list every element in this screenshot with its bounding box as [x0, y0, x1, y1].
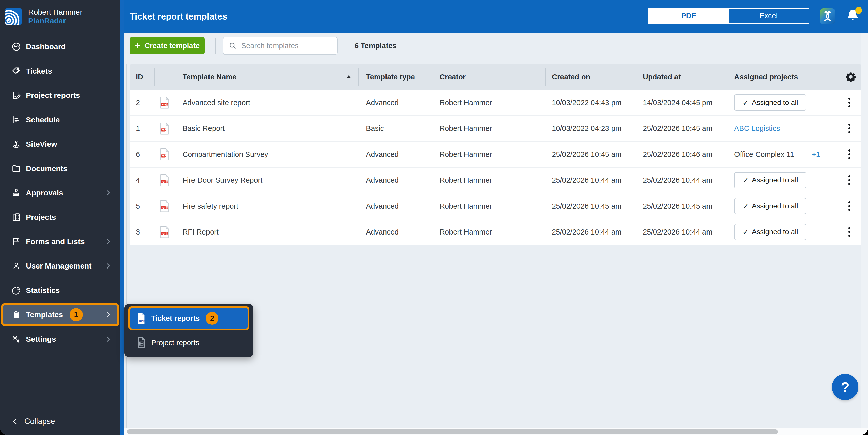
pdf-file-icon: PDF	[160, 142, 169, 167]
column-header-updated-at[interactable]: Updated at	[643, 64, 681, 90]
help-button[interactable]: ?	[832, 374, 858, 400]
sidebar: Robert Hammer PlanRadar DashboardTickets…	[0, 0, 120, 435]
brand-name: PlanRadar	[28, 16, 82, 25]
submenu-item-label: Ticket reports	[151, 314, 199, 323]
assigned-label: Assigned to all	[752, 176, 798, 184]
assigned-to-all-button[interactable]: ✓Assigned to all	[734, 172, 806, 188]
table-row[interactable]: 3PDFRFI ReportAdvancedRobert Hammer25/02…	[130, 219, 861, 245]
cell-template-type: Basic	[366, 116, 384, 141]
svg-text:PDF: PDF	[161, 103, 166, 106]
collapse-button[interactable]: Collapse	[0, 414, 120, 429]
app-window: Robert Hammer PlanRadar DashboardTickets…	[0, 0, 868, 435]
pdf-file-icon: PDF	[160, 116, 169, 141]
sidebar-item-projects[interactable]: Projects	[0, 205, 120, 229]
sidebar-nav: DashboardTicketsProject reportsScheduleS…	[0, 35, 120, 351]
assigned-to-all-button[interactable]: ✓Assigned to all	[734, 94, 806, 111]
check-icon: ✓	[742, 202, 749, 211]
sidebar-item-documents[interactable]: Documents	[0, 156, 120, 181]
table-row[interactable]: 2PDFAdvanced site reportAdvancedRobert H…	[130, 90, 861, 116]
column-header-id[interactable]: ID	[136, 64, 143, 90]
cell-id: 6	[136, 142, 140, 167]
submenu-item-ticket-reports[interactable]: PDFTicket reports2	[128, 306, 249, 330]
column-separator	[358, 68, 359, 86]
more-projects-link[interactable]: +1	[812, 142, 820, 167]
sidebar-item-label: Statistics	[26, 286, 60, 295]
row-actions-kebab-icon[interactable]	[846, 148, 852, 161]
assigned-project-link[interactable]: ABC Logistics	[734, 116, 780, 141]
table-left-gridline	[126, 64, 127, 428]
row-actions-kebab-icon[interactable]	[846, 225, 852, 239]
horizontal-scrollbar-track[interactable]	[124, 428, 868, 435]
table-row[interactable]: 4PDFFire Door Survey ReportAdvancedRober…	[130, 168, 861, 193]
cell-updated-at: 25/02/2026 10:44 am	[643, 168, 712, 193]
table-body: 2PDFAdvanced site reportAdvancedRobert H…	[130, 90, 861, 245]
cell-template-type: Advanced	[366, 90, 399, 115]
create-template-button[interactable]: + Create template	[129, 37, 205, 54]
chevron-right-icon	[105, 238, 112, 245]
sidebar-item-project-reports[interactable]: Project reports	[0, 83, 120, 108]
sidebar-item-approvals[interactable]: Approvals	[0, 181, 120, 205]
cell-template-type: Advanced	[366, 168, 399, 193]
pdf-toggle-button[interactable]: PDF	[649, 9, 728, 23]
notifications-bell-icon[interactable]	[845, 8, 861, 25]
row-actions-kebab-icon[interactable]	[846, 174, 852, 187]
row-actions-kebab-icon[interactable]	[846, 122, 852, 135]
sidebar-item-settings[interactable]: Settings	[0, 327, 120, 351]
column-separator	[432, 68, 432, 86]
sidebar-item-label: Tickets	[26, 67, 52, 75]
column-header-created-on[interactable]: Created on	[552, 64, 590, 90]
assigned-to-all-button[interactable]: ✓Assigned to all	[734, 224, 806, 240]
account-header[interactable]: Robert Hammer PlanRadar	[0, 0, 120, 33]
cell-creator: Robert Hammer	[440, 168, 492, 193]
create-template-label: Create template	[145, 42, 200, 50]
templates-icon	[11, 310, 21, 320]
table-row[interactable]: 5PDFFire safety reportAdvancedRobert Ham…	[130, 193, 861, 219]
sidebar-item-label: Dashboard	[26, 42, 66, 51]
pdf-file-icon: PDF	[160, 193, 169, 219]
horizontal-scrollbar-thumb[interactable]	[127, 429, 778, 434]
sidebar-item-label: Templates	[26, 310, 63, 319]
search-input[interactable]	[241, 41, 326, 50]
submenu-item-label: Project reports	[151, 339, 199, 347]
sidebar-item-dashboard[interactable]: Dashboard	[0, 35, 120, 59]
row-actions-kebab-icon[interactable]	[846, 96, 852, 109]
table-row[interactable]: 6PDFCompartmentation SurveyAdvancedRober…	[130, 142, 861, 168]
sidebar-item-tickets[interactable]: Tickets	[0, 59, 120, 83]
notification-dot	[855, 7, 862, 14]
sidebar-item-forms-and-lists[interactable]: Forms and Lists	[0, 229, 120, 254]
tickets-icon	[11, 66, 21, 76]
step-badge: 2	[206, 312, 218, 325]
cell-updated-at: 25/02/2026 10:46 am	[643, 142, 712, 167]
table-header-row: IDTemplate NameTemplate typeCreatorCreat…	[130, 64, 861, 90]
cell-template-name: Fire Door Survey Report	[183, 168, 262, 193]
sidebar-item-schedule[interactable]: Schedule	[0, 108, 120, 132]
column-header-template-type[interactable]: Template type	[366, 64, 415, 90]
cell-id: 5	[136, 193, 140, 219]
row-actions-kebab-icon[interactable]	[846, 199, 852, 213]
table-row[interactable]: 1PDFBasic ReportBasicRobert Hammer10/03/…	[130, 116, 861, 142]
sidebar-item-templates[interactable]: Templates1	[1, 303, 119, 326]
planradar-logo-icon	[5, 8, 22, 25]
column-header-template-name[interactable]: Template Name	[183, 64, 237, 90]
cell-id: 3	[136, 219, 140, 245]
column-separator	[546, 68, 546, 86]
chevron-right-icon	[105, 262, 112, 270]
cell-created-on: 25/02/2026 10:44 am	[552, 168, 621, 193]
vertical-scrollbar-track[interactable]	[861, 33, 868, 428]
assigned-label: Assigned to all	[752, 202, 798, 210]
statistics-icon	[11, 285, 21, 295]
svg-text:PDF: PDF	[161, 129, 166, 131]
sidebar-item-siteview[interactable]: SiteView	[0, 132, 120, 156]
column-header-assigned-projects[interactable]: Assigned projects	[734, 64, 798, 90]
submenu-item-project-reports[interactable]: Project reports	[124, 330, 253, 355]
planradar-connect-icon[interactable]	[820, 8, 836, 24]
svg-text:PDF: PDF	[161, 207, 166, 209]
excel-toggle-button[interactable]: Excel	[728, 9, 809, 23]
cell-creator: Robert Hammer	[440, 142, 492, 167]
assigned-to-all-button[interactable]: ✓Assigned to all	[734, 198, 806, 214]
column-header-creator[interactable]: Creator	[440, 64, 466, 90]
sidebar-item-user-management[interactable]: User Management	[0, 254, 120, 278]
sidebar-item-statistics[interactable]: Statistics	[0, 278, 120, 303]
column-settings-gear-icon[interactable]	[845, 71, 857, 83]
project-reports-icon	[11, 90, 21, 101]
